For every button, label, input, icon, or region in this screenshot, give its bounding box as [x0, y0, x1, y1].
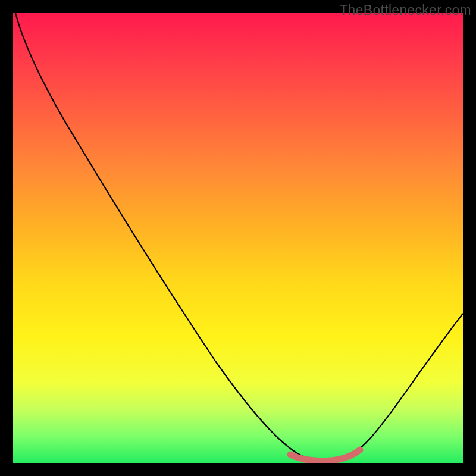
- watermark-text: TheBottlenecker.com: [339, 2, 471, 18]
- bottleneck-curve: [15, 13, 463, 461]
- plot-svg: [13, 13, 463, 463]
- optimal-range-marker: [290, 450, 360, 461]
